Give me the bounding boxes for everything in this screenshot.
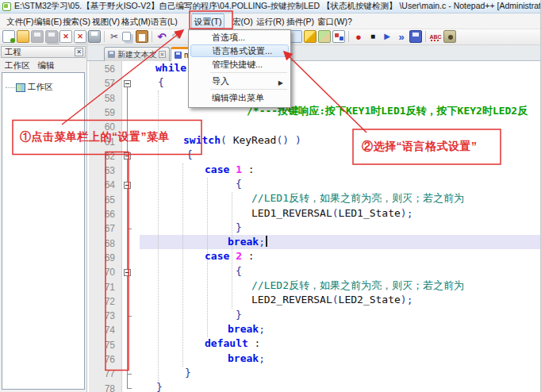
line-number: 60 [91, 121, 115, 133]
code-line-72: LED2_REVERSAL(LED2_State); [251, 293, 413, 308]
line-number: 71 [91, 282, 115, 293]
toolbar-save-all-button [45, 30, 58, 43]
line-number: 66 [91, 209, 115, 220]
code-line-71: //LED2反转，如果之前为亮，则灭；若之前为 [251, 279, 464, 294]
toolbar-macro-run-multiple-button[interactable]: » [395, 30, 408, 43]
toolbar-separator [152, 31, 152, 42]
notepadpp-window: E:\STM32学习\05.【基于野火ISO-V2】自己编写的程序\04.POL… [0, 0, 541, 392]
menubar-item-macro[interactable]: 宏(O) [230, 13, 255, 29]
menubar-item-help[interactable]: ? [345, 13, 355, 29]
panel-menu-item-edit[interactable]: 编辑 [38, 60, 55, 71]
menu-item-import[interactable]: 导入▶ [190, 75, 289, 87]
fold-collapse-marker[interactable] [124, 80, 131, 87]
code-editing-area[interactable]: 5657585960616263646566676869707172737475… [87, 61, 541, 392]
toolbar-show-indent-guide-button[interactable] [290, 30, 302, 43]
title-bar: E:\STM32学习\05.【基于野火ISO-V2】自己编写的程序\04.POL… [0, 0, 541, 13]
code-line-75: default : [205, 336, 260, 352]
menubar-item-view[interactable]: 视图(V) [90, 13, 122, 29]
line-number: 56 [91, 63, 115, 75]
line-number: 77 [91, 368, 115, 379]
toolbar-user-defined-language-button[interactable] [304, 30, 317, 43]
code-line-61: switch( KeyRead() ) [183, 133, 301, 148]
line-number: 62 [91, 151, 115, 162]
indent-guide-line [158, 90, 159, 381]
menu-item-shortcut-mapper[interactable]: 管理快捷键... [190, 58, 289, 71]
menubar-item-settings[interactable]: 设置(T) [191, 13, 224, 29]
text-caret [266, 236, 267, 247]
line-number-gutter: 5657585960616263646566676869707172737475… [89, 61, 122, 392]
line-number: 75 [91, 340, 115, 351]
menu-item-preferences[interactable]: 首选项... [190, 31, 289, 44]
toolbar-undo-button[interactable]: ↶ [155, 30, 168, 43]
panel-menu-item-workspace[interactable]: 工作区 [5, 60, 30, 71]
line-number: 68 [91, 238, 115, 249]
project-panel-menu: 工作区 编辑 [2, 60, 86, 71]
toolbar-function-list-button[interactable] [332, 30, 345, 43]
menu-item-edit-popup-menu[interactable]: 编辑弹出菜单 [190, 91, 289, 104]
toolbar-macro-save-button[interactable] [409, 30, 422, 43]
menubar-item-run[interactable]: 运行(R) [254, 13, 287, 29]
workspace-icon [16, 83, 25, 92]
line-number: 65 [91, 194, 115, 206]
toolbar-save-button [31, 30, 44, 43]
line-number: 57 [91, 78, 115, 89]
menu-item-style-configurator[interactable]: 语言格式设置... [190, 44, 289, 57]
fold-end-marker [127, 388, 132, 389]
toolbar-spell-check-button[interactable]: ABC [429, 30, 442, 43]
code-line-78: } [156, 380, 163, 392]
toolbar-separator [348, 31, 349, 42]
line-number: 67 [91, 223, 115, 234]
toolbar-open-file-button[interactable] [17, 30, 29, 43]
toolbar-new-file-button[interactable] [2, 30, 15, 43]
tab-new-document[interactable]: 新建文本文档.txt ✕ [104, 47, 170, 61]
menubar-item-search[interactable]: 搜索(S) [60, 13, 93, 29]
code-line-62: { [186, 148, 193, 163]
code-line-57: { [158, 75, 164, 90]
toolbar-macro-record-button[interactable]: ● [352, 30, 365, 43]
menubar-item-language[interactable]: 语言(L) [148, 13, 180, 29]
tree-item-workspace[interactable]: 工作区 [6, 82, 53, 93]
current-line-highlight [140, 235, 541, 249]
toolbar-separator [104, 31, 105, 42]
fold-collapse-marker[interactable] [124, 182, 131, 189]
project-panel-header: 工程 ✕ [1, 46, 86, 58]
notepadpp-app-icon [2, 2, 11, 11]
toolbar-copy-button[interactable] [122, 32, 131, 41]
code-line-68: break; [228, 235, 267, 250]
window-title: E:\STM32学习\05.【基于野火ISO-V2】自己编写的程序\04.POL… [14, 1, 541, 12]
saved-file-icon [175, 52, 182, 59]
toolbar-macro-stop-button[interactable]: ■ [366, 30, 379, 43]
line-number: 64 [91, 179, 115, 190]
line-number: 63 [91, 165, 115, 176]
project-panel-close-button[interactable]: ✕ [75, 48, 83, 56]
menubar-item-plugins[interactable]: 插件(P) [284, 13, 317, 29]
code-line-70: { [236, 264, 242, 279]
toolbar-close-file-button[interactable]: ✕ [59, 30, 72, 43]
toolbar-cut-button[interactable]: ✂ [108, 30, 121, 43]
tab-close-icon[interactable]: ✕ [159, 51, 166, 58]
fold-collapse-marker[interactable] [124, 152, 131, 159]
toolbar-print-button[interactable] [88, 30, 101, 43]
toolbar-macro-play-button[interactable]: ▶ [381, 30, 393, 43]
menu-separator [210, 89, 287, 90]
toolbar-paste-button[interactable] [136, 30, 148, 43]
line-number: 70 [91, 267, 115, 278]
code-line-73: } [236, 308, 242, 323]
line-number: 74 [91, 325, 115, 336]
code-line-65: //LED1反转，如果之前为亮，则灭；若之前为 [251, 191, 464, 206]
code-line-63: case 1 : [205, 163, 255, 178]
tree-branch-line [6, 87, 15, 88]
menu-bar: 文件(F)编辑(E)搜索(S)视图(V)格式(M)语言(L)设置(T)宏(O)运… [0, 13, 541, 29]
code-line-67: } [236, 221, 242, 236]
project-tree: 工作区 [2, 72, 85, 390]
fold-collapse-marker[interactable] [124, 269, 131, 276]
toolbar-close-all-button[interactable]: ✕ [74, 30, 86, 43]
fold-end-marker [127, 229, 132, 229]
line-number: 78 [91, 383, 115, 392]
submenu-arrow-icon: ▶ [278, 77, 283, 90]
toolbar-document-snapshot-button[interactable] [443, 30, 456, 43]
code-line-56: while [155, 61, 186, 76]
toolbar-document-map-button[interactable] [318, 30, 331, 43]
menubar-item-edit[interactable]: 编辑(E) [32, 13, 64, 29]
fold-end-marker [127, 374, 132, 375]
